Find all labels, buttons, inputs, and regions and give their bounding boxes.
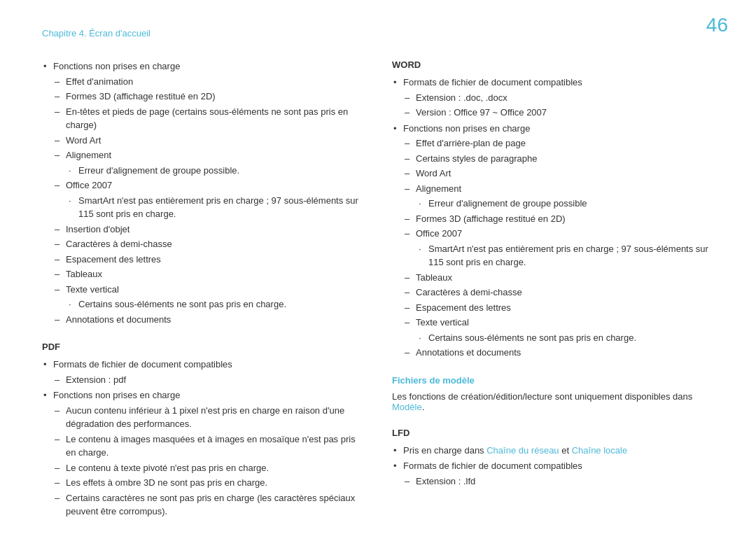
item-text: Fonctions non prises en charge [53, 61, 180, 71]
list-item: Annotations et documents [403, 346, 714, 360]
list-item: Le contenu à texte pivoté n'est pas pris… [53, 461, 364, 475]
content-columns: Fonctions non prises en charge Effet d'a… [42, 59, 714, 534]
intro-section: Fonctions non prises en charge Effet d'a… [42, 59, 364, 326]
left-column: Fonctions non prises en charge Effet d'a… [42, 59, 364, 534]
list-item: SmartArt n'est pas entièrement pris en c… [66, 194, 364, 221]
chaine-reseau-link[interactable]: Chaîne du réseau [486, 445, 559, 456]
list-item: Erreur d'alignement de groupe possible. [66, 164, 364, 178]
word-section: WORD Formats de fichier de document comp… [392, 59, 714, 360]
list-item: Tableaux [53, 267, 364, 281]
fichiers-section-title: Fichiers de modèle [392, 375, 714, 386]
sub-sub-list: SmartArt n'est pas entièrement pris en c… [66, 194, 364, 221]
list-item: Espacement des lettres [403, 301, 714, 315]
breadcrumb: Chapitre 4. Écran d'accueil [42, 28, 150, 38]
word-section-title: WORD [392, 59, 714, 70]
list-item: Insertion d'objet [53, 223, 364, 237]
list-item: En-têtes et pieds de page (certains sous… [53, 105, 364, 132]
list-item: Tableaux [403, 271, 714, 285]
list-item: Aucun contenu inférieur à 1 pixel n'est … [53, 404, 364, 431]
list-item: Formes 3D (affichage restitué en 2D) [403, 212, 714, 226]
list-item: Espacement des lettres [53, 253, 364, 267]
list-item: Extension : pdf [53, 373, 364, 387]
sub-sub-list: Certains sous-éléments ne sont pas pris … [66, 297, 364, 311]
list-item: Le contenu à images masquées et à images… [53, 433, 364, 460]
lfd-section-title: LFD [392, 428, 714, 438]
list-item: Annotations et documents [53, 313, 364, 327]
intro-main-list: Fonctions non prises en charge Effet d'a… [42, 59, 364, 326]
right-column: WORD Formats de fichier de document comp… [392, 59, 714, 534]
list-item: Fonctions non prises en charge Effet d'a… [392, 122, 714, 360]
list-item: Effet d'animation [53, 75, 364, 89]
list-item: Extension : .doc, .docx [403, 91, 714, 105]
list-item: Version : Office 97 ~ Office 2007 [403, 106, 714, 120]
page-container: 46 Chapitre 4. Écran d'accueil Fonctions… [0, 0, 756, 534]
page-header: Chapitre 4. Écran d'accueil [42, 21, 714, 38]
list-item: Alignement Erreur d'alignement de groupe… [403, 182, 714, 211]
list-item: SmartArt n'est pas entièrement pris en c… [416, 242, 714, 269]
list-item: Caractères à demi-chasse [53, 237, 364, 251]
list-item: Extension : .lfd [403, 475, 714, 489]
modele-link[interactable]: Modèle [392, 402, 422, 412]
list-item: Alignement Erreur d'alignement de groupe… [53, 148, 364, 177]
list-item: Formats de fichier de document compatibl… [392, 459, 714, 488]
list-item: Certains sous-éléments ne sont pas pris … [66, 297, 364, 311]
pdf-main-list: Formats de fichier de document compatibl… [42, 358, 364, 519]
list-item: Certains caractères ne sont pas pris en … [53, 491, 364, 519]
list-item: Texte vertical Certains sous-éléments ne… [53, 283, 364, 311]
list-item: Certains styles de paragraphe [403, 152, 714, 166]
pdf-section-title: PDF [42, 342, 364, 352]
list-item: Word Art [403, 167, 714, 181]
list-item: Office 2007 SmartArt n'est pas entièreme… [403, 227, 714, 269]
fichiers-text: Les fonctions de création/édition/lectur… [392, 391, 714, 412]
list-item: Caractères à demi-chasse [403, 286, 714, 300]
list-item: Erreur d'alignement de groupe possible [416, 197, 714, 211]
list-item: Certains sous-éléments ne sont pas pris … [416, 331, 714, 345]
page-number: 46 [706, 14, 728, 36]
list-item: Les effets à ombre 3D ne sont pas pris e… [53, 476, 364, 490]
lfd-section: LFD Pris en charge dans Chaîne du réseau… [392, 428, 714, 489]
chaine-locale-link[interactable]: Chaîne locale [572, 445, 628, 456]
fichiers-section: Fichiers de modèle Les fonctions de créa… [392, 375, 714, 412]
list-item: Office 2007 SmartArt n'est pas entièreme… [53, 178, 364, 221]
lfd-main-list: Pris en charge dans Chaîne du réseau et … [392, 444, 714, 489]
word-main-list: Formats de fichier de document compatibl… [392, 76, 714, 360]
list-item: Formats de fichier de document compatibl… [392, 76, 714, 120]
sub-sub-list: Erreur d'alignement de groupe possible. [66, 164, 364, 178]
list-item: Texte vertical Certains sous-éléments ne… [403, 316, 714, 344]
list-item: Formats de fichier de document compatibl… [42, 358, 364, 386]
pdf-section: PDF Formats de fichier de document compa… [42, 342, 364, 519]
list-item: Fonctions non prises en charge Effet d'a… [42, 59, 364, 326]
list-item: Word Art [53, 134, 364, 148]
sub-list: Effet d'animation Formes 3D (affichage r… [53, 75, 364, 327]
list-item: Fonctions non prises en charge Aucun con… [42, 388, 364, 519]
list-item: Effet d'arrière-plan de page [403, 136, 714, 150]
list-item: Formes 3D (affichage restitué en 2D) [53, 90, 364, 104]
list-item: Pris en charge dans Chaîne du réseau et … [392, 444, 714, 458]
